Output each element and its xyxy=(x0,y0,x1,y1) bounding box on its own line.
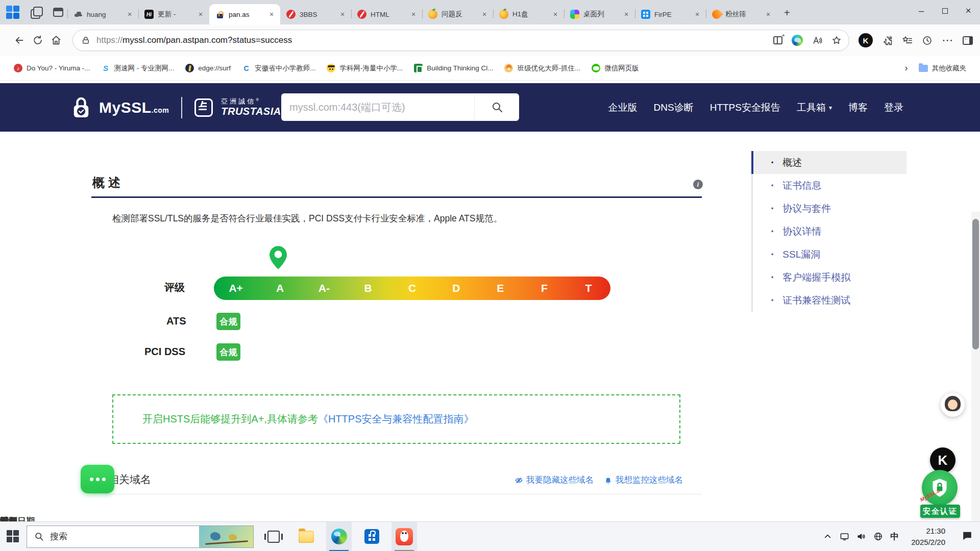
taskbar-search-placeholder: 搜索 xyxy=(50,531,199,542)
home-button[interactable] xyxy=(47,31,65,49)
ime-indicator[interactable]: 中 xyxy=(890,531,899,542)
action-center-button[interactable] xyxy=(962,530,973,543)
tab-close-icon[interactable] xyxy=(622,10,631,19)
browser-tab[interactable]: 粉丝筛 xyxy=(706,4,777,24)
security-cert-badge[interactable]: MySSL.c 安全认证 xyxy=(916,470,964,521)
myssl-lock-logo-icon[interactable] xyxy=(71,96,91,119)
toc-item[interactable]: 客户端握手模拟 xyxy=(751,266,906,289)
qq-taskbar-button[interactable] xyxy=(391,522,417,551)
tab-close-icon[interactable] xyxy=(267,10,276,19)
sidebar-toggle-icon[interactable] xyxy=(963,36,973,45)
favorite-star-icon[interactable] xyxy=(831,35,842,45)
customer-service-avatar[interactable] xyxy=(941,393,965,417)
scrollbar-thumb[interactable] xyxy=(972,219,979,349)
tab-close-icon[interactable] xyxy=(338,10,347,19)
bookmarks-overflow-chevron[interactable] xyxy=(900,63,913,73)
tab-close-icon[interactable] xyxy=(693,10,702,19)
task-view-button[interactable] xyxy=(261,522,286,551)
header-nav-link[interactable]: 企业版 xyxy=(608,101,638,114)
edge-taskbar-button[interactable] xyxy=(326,522,352,551)
toc-item[interactable]: 协议与套件 xyxy=(751,197,906,220)
site-security-lock-icon[interactable] xyxy=(81,36,90,45)
header-nav-link[interactable]: 博客 xyxy=(848,101,868,114)
network-globe-icon[interactable] xyxy=(873,532,883,541)
bookmark-item[interactable]: Do You? - Yiruma -... xyxy=(8,61,96,76)
domain-search-box[interactable] xyxy=(281,93,519,121)
taskbar-clock[interactable]: 21:30 2025/2/20 xyxy=(911,525,945,548)
search-highlight-image[interactable] xyxy=(199,526,253,547)
browser-tab[interactable]: 3BBS xyxy=(280,4,351,24)
toc-item[interactable]: 证书信息 xyxy=(751,174,906,197)
browser-tab[interactable]: HTML xyxy=(351,4,422,24)
bookmark-item[interactable]: edge://surf xyxy=(180,61,236,76)
domain-search-input[interactable] xyxy=(281,102,474,113)
favorites-bar-icon[interactable] xyxy=(902,35,913,46)
browser-tab[interactable]: 问题反 xyxy=(422,4,493,24)
tab-close-icon[interactable] xyxy=(196,10,205,19)
speaker-icon[interactable] xyxy=(856,532,866,541)
taskbar-search-box[interactable]: 搜索 xyxy=(27,525,254,548)
header-nav-link[interactable]: 登录 xyxy=(884,101,903,114)
new-tab-button[interactable] xyxy=(780,6,795,21)
extensions-puzzle-icon[interactable] xyxy=(882,35,893,46)
floating-more-button[interactable] xyxy=(81,465,114,493)
browser-tab[interactable]: H1盘 xyxy=(493,4,564,24)
microsoft-store-button[interactable] xyxy=(359,522,384,551)
other-favorites-folder[interactable]: 其他收藏夹 xyxy=(913,61,972,76)
toc-item[interactable]: 概述 xyxy=(751,151,906,174)
header-nav-link[interactable]: DNS诊断 xyxy=(654,101,694,114)
bookmark-item[interactable]: Building Thinking Cl... xyxy=(408,61,499,76)
address-bar[interactable]: https://myssl.com/pan.astpan.com?status=… xyxy=(72,30,849,51)
search-submit-button[interactable] xyxy=(474,93,519,121)
monitor-domains-link[interactable]: 我想监控这些域名 xyxy=(604,474,683,486)
window-maximize-button[interactable] xyxy=(933,0,957,21)
myssl-logo-text[interactable]: MySSL.com xyxy=(99,99,169,116)
window-minimize-button[interactable] xyxy=(910,0,933,21)
settings-more-icon[interactable] xyxy=(942,34,953,47)
tab-close-icon[interactable] xyxy=(409,10,418,19)
bookmark-item[interactable]: 班级优化大师-抓住... xyxy=(499,61,586,76)
tab-close-icon[interactable] xyxy=(480,10,489,19)
browser-tab[interactable]: 桌面列 xyxy=(564,4,635,24)
refresh-button[interactable] xyxy=(29,31,47,49)
browser-tab[interactable]: pan.as xyxy=(209,4,280,24)
history-icon[interactable] xyxy=(922,35,933,46)
header-nav-link[interactable]: HTTPS安全报告 xyxy=(710,101,780,114)
header-nav-link[interactable]: 工具箱 xyxy=(797,101,832,114)
page-scrollbar[interactable] xyxy=(971,212,980,521)
toc-item[interactable]: 协议详情 xyxy=(751,220,906,243)
profile-avatar[interactable]: K xyxy=(859,33,873,47)
read-aloud-icon[interactable] xyxy=(812,35,822,45)
hide-domains-link[interactable]: 我要隐藏这些域名 xyxy=(514,474,594,486)
window-close-button[interactable] xyxy=(957,0,980,21)
tab-actions-icon[interactable] xyxy=(31,7,42,18)
back-button[interactable] xyxy=(10,31,29,49)
toc-item[interactable]: SSL漏洞 xyxy=(751,243,906,266)
k-floating-badge[interactable]: K xyxy=(930,447,955,473)
trustasia-logo-text[interactable]: 亞洲誠信® TRUSTASIA xyxy=(221,98,281,117)
edge-workspaces-icon[interactable] xyxy=(6,6,19,19)
file-explorer-button[interactable] xyxy=(293,522,319,551)
bookmark-item[interactable]: 学科网-海量中小学... xyxy=(321,61,408,76)
start-button[interactable] xyxy=(0,522,27,551)
split-screen-icon[interactable] xyxy=(773,36,782,44)
browser-tab[interactable]: FirPE xyxy=(635,4,706,24)
display-icon[interactable] xyxy=(840,532,849,541)
url-text[interactable]: https://myssl.com/pan.astpan.com?status=… xyxy=(96,35,773,45)
browser-tab[interactable]: 更新 - xyxy=(138,4,209,24)
bookmark-item[interactable]: 微信网页版 xyxy=(586,61,645,76)
browser-tab[interactable]: huang xyxy=(67,4,138,24)
hsts-guide-link[interactable]: 《HTTPS安全与兼容性配置指南》 xyxy=(318,412,474,426)
bookmark-item[interactable]: 测速网 - 专业测网... xyxy=(96,61,180,76)
chevron-down-icon xyxy=(829,104,832,111)
toc-item[interactable]: 证书兼容性测试 xyxy=(751,289,906,312)
bookmark-item[interactable]: 安徽省中小学教师... xyxy=(236,61,321,76)
tray-expand-chevron-icon[interactable] xyxy=(823,532,832,541)
workspace-window-icon[interactable] xyxy=(53,8,63,17)
trustasia-logo-icon[interactable] xyxy=(194,98,213,117)
edge-discover-icon[interactable] xyxy=(792,35,803,46)
info-icon[interactable] xyxy=(693,180,703,189)
tab-close-icon[interactable] xyxy=(764,10,773,19)
tab-close-icon[interactable] xyxy=(125,10,134,19)
tab-close-icon[interactable] xyxy=(551,10,560,19)
